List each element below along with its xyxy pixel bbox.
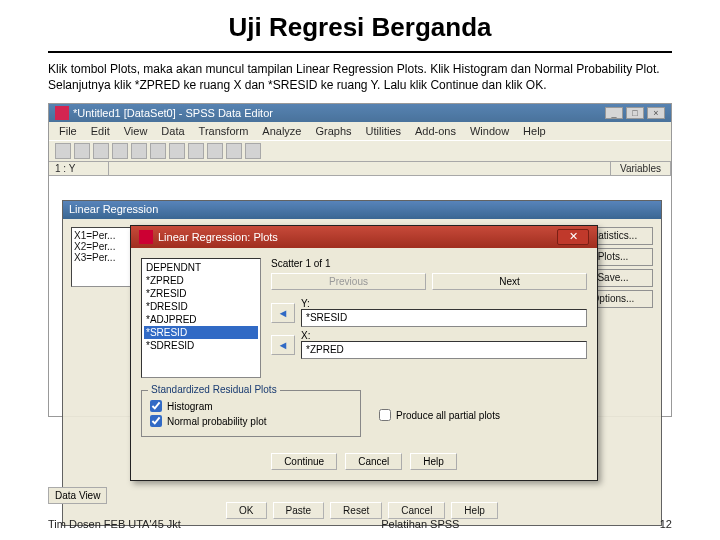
plots-titlebar: Linear Regression: Plots ✕ xyxy=(131,226,597,248)
plots-dialog: Linear Regression: Plots ✕ DEPENDNT *ZPR… xyxy=(130,225,598,481)
scatter-config-area: Scatter 1 of 1 Previous Next ◄ Y: *SRESI… xyxy=(271,258,587,378)
app-titlebar: *Untitled1 [DataSet0] - SPSS Data Editor… xyxy=(49,104,671,122)
menu-file[interactable]: File xyxy=(53,124,83,138)
continue-button[interactable]: Continue xyxy=(271,453,337,470)
y-axis-label: Y: xyxy=(301,298,587,309)
row-indicator: 1 : Y xyxy=(49,162,109,175)
row-value xyxy=(109,162,611,175)
npp-checkbox[interactable] xyxy=(150,415,162,427)
list-item[interactable]: DEPENDNT xyxy=(144,261,258,274)
cancel-button[interactable]: Cancel xyxy=(345,453,402,470)
lr-titlebar: Linear Regression xyxy=(63,201,661,219)
previous-button[interactable]: Previous xyxy=(271,273,426,290)
slide-body-text: Klik tombol Plots, maka akan muncul tamp… xyxy=(0,61,720,99)
menu-help[interactable]: Help xyxy=(517,124,552,138)
menu-window[interactable]: Window xyxy=(464,124,515,138)
data-row-header: 1 : Y Variables xyxy=(49,162,671,176)
toolbar-icon[interactable] xyxy=(131,143,147,159)
menu-edit[interactable]: Edit xyxy=(85,124,116,138)
close-button[interactable]: × xyxy=(647,107,665,119)
x-axis-label: X: xyxy=(301,330,587,341)
footer-left: Tim Dosen FEB UTA'45 Jkt xyxy=(48,518,181,530)
toolbar-icon[interactable] xyxy=(74,143,90,159)
toolbar-icon[interactable] xyxy=(188,143,204,159)
toolbar-icon[interactable] xyxy=(169,143,185,159)
list-item[interactable]: *ZRESID xyxy=(144,287,258,300)
toolbar-icon[interactable] xyxy=(150,143,166,159)
menu-analyze[interactable]: Analyze xyxy=(256,124,307,138)
partial-plots-checkbox[interactable] xyxy=(379,409,391,421)
data-view-tab[interactable]: Data View xyxy=(48,487,107,504)
move-to-x-button[interactable]: ◄ xyxy=(271,335,295,355)
app-toolbar xyxy=(49,140,671,162)
plots-bottom-buttons: Continue Cancel Help xyxy=(131,445,597,480)
menu-data[interactable]: Data xyxy=(155,124,190,138)
toolbar-icon[interactable] xyxy=(93,143,109,159)
toolbar-icon[interactable] xyxy=(55,143,71,159)
plots-variable-list[interactable]: DEPENDNT *ZPRED *ZRESID *DRESID *ADJPRED… xyxy=(141,258,261,378)
partial-plots-label: Produce all partial plots xyxy=(396,410,500,421)
close-icon[interactable]: ✕ xyxy=(557,229,589,245)
histogram-checkbox-row[interactable]: Histogram xyxy=(150,400,352,412)
histogram-label: Histogram xyxy=(167,401,213,412)
group-legend: Standardized Residual Plots xyxy=(148,384,280,395)
list-item[interactable]: *SDRESID xyxy=(144,339,258,352)
y-axis-field[interactable]: *SRESID xyxy=(301,309,587,327)
footer-page-number: 12 xyxy=(660,518,672,530)
help-button[interactable]: Help xyxy=(451,502,498,519)
paste-button[interactable]: Paste xyxy=(273,502,325,519)
menu-transform[interactable]: Transform xyxy=(193,124,255,138)
move-to-y-button[interactable]: ◄ xyxy=(271,303,295,323)
list-item[interactable]: *DRESID xyxy=(144,300,258,313)
list-item[interactable]: *ADJPRED xyxy=(144,313,258,326)
menu-addons[interactable]: Add-ons xyxy=(409,124,462,138)
slide-footer: Tim Dosen FEB UTA'45 Jkt Pelatihan SPSS … xyxy=(48,518,672,530)
list-item-selected[interactable]: *SRESID xyxy=(144,326,258,339)
ok-button[interactable]: OK xyxy=(226,502,266,519)
reset-button[interactable]: Reset xyxy=(330,502,382,519)
std-residual-plots-group: Standardized Residual Plots Histogram No… xyxy=(141,390,361,437)
menu-graphs[interactable]: Graphs xyxy=(309,124,357,138)
app-title: *Untitled1 [DataSet0] - SPSS Data Editor xyxy=(73,107,273,119)
next-button[interactable]: Next xyxy=(432,273,587,290)
minimize-button[interactable]: _ xyxy=(605,107,623,119)
partial-plots-row[interactable]: Produce all partial plots xyxy=(379,396,500,434)
toolbar-icon[interactable] xyxy=(226,143,242,159)
toolbar-icon[interactable] xyxy=(245,143,261,159)
lr-title-text: Linear Regression xyxy=(69,203,158,215)
help-button[interactable]: Help xyxy=(410,453,457,470)
npp-label: Normal probability plot xyxy=(167,416,267,427)
histogram-checkbox[interactable] xyxy=(150,400,162,412)
app-icon xyxy=(55,106,69,120)
list-item[interactable]: *ZPRED xyxy=(144,274,258,287)
menu-utilities[interactable]: Utilities xyxy=(360,124,407,138)
x-axis-field[interactable]: *ZPRED xyxy=(301,341,587,359)
window-controls: _ □ × xyxy=(605,107,665,119)
slide-title: Uji Regresi Berganda xyxy=(48,0,672,53)
plots-title-text: Linear Regression: Plots xyxy=(158,231,278,243)
npp-checkbox-row[interactable]: Normal probability plot xyxy=(150,415,352,427)
scatter-counter-label: Scatter 1 of 1 xyxy=(271,258,330,269)
toolbar-icon[interactable] xyxy=(112,143,128,159)
toolbar-icon[interactable] xyxy=(207,143,223,159)
footer-center: Pelatihan SPSS xyxy=(381,518,459,530)
app-menubar: File Edit View Data Transform Analyze Gr… xyxy=(49,122,671,140)
cancel-button[interactable]: Cancel xyxy=(388,502,445,519)
plots-dialog-icon xyxy=(139,230,153,244)
menu-view[interactable]: View xyxy=(118,124,154,138)
maximize-button[interactable]: □ xyxy=(626,107,644,119)
variables-label: Variables xyxy=(611,162,671,175)
